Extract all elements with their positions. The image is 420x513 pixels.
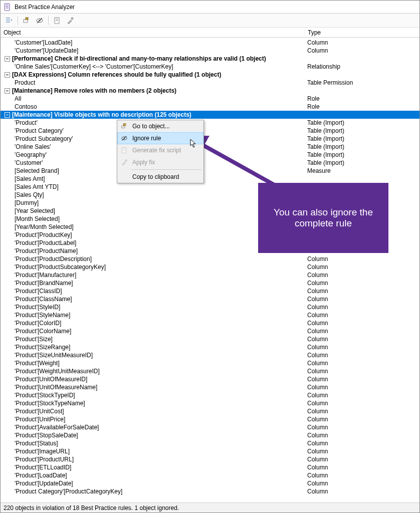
row-type-label: Role — [304, 95, 419, 103]
row-type-label: Column — [304, 343, 419, 351]
menu-item[interactable]: Ignore rule — [117, 132, 203, 144]
column-header-type[interactable]: Type — [304, 29, 419, 36]
tree-item-row[interactable]: 'Product'[ColorID]Column — [1, 319, 419, 327]
row-type-label: Column — [304, 423, 419, 431]
row-type-label: Column — [304, 287, 419, 295]
row-type-label: Column — [304, 311, 419, 319]
row-type-label: Column — [304, 415, 419, 423]
toolbar-expand-collapse-button[interactable] — [4, 15, 15, 26]
tree-item-row[interactable]: 'Product'[UpdateDate]Column — [1, 479, 419, 487]
toolbar-goto-button[interactable] — [21, 15, 32, 26]
row-object-label: 'Product'[ProductSubcategoryKey] — [15, 263, 106, 271]
svg-point-14 — [71, 18, 73, 20]
row-object-label: 'Product'[ImageURL] — [15, 447, 70, 455]
row-type-label: Column — [304, 295, 419, 303]
row-object-label: 'Product'[ETLLoadID] — [15, 463, 71, 471]
toolbar-script-button[interactable] — [52, 15, 63, 26]
row-object-label: [Performance] Check if bi-directional an… — [12, 55, 266, 63]
tree-item-row[interactable]: 'Product'[UnitPrice]Column — [1, 415, 419, 423]
tree-item-row[interactable]: 'Product'[ImageURL]Column — [1, 447, 419, 455]
annotation-callout: You can also ignore the complete rule — [258, 183, 388, 253]
tree-item-row[interactable]: 'Product'[ClassName]Column — [1, 295, 419, 303]
tree-item-row[interactable]: 'Product'[UnitCost]Column — [1, 407, 419, 415]
row-object-label: 'Product'[ColorID] — [15, 319, 61, 327]
tree-item-row[interactable]: 'Product'[StyleID]Column — [1, 303, 419, 311]
row-object-label: 'Product'[ProductKey] — [15, 231, 72, 239]
row-object-label: 'Product Subcategory' — [15, 135, 73, 143]
tree-item-row[interactable]: 'Customer'[LoadDate]Column — [1, 39, 419, 47]
row-object-label: 'Product Category'[ProductCategoryKey] — [15, 487, 122, 495]
tree-item-row[interactable]: 'Product'[ClassID]Column — [1, 287, 419, 295]
tree-item-row[interactable]: 'Product Category'[ProductCategoryKey]Co… — [1, 487, 419, 495]
tree-item-row[interactable]: 'Product'[AvailableForSaleDate]Column — [1, 423, 419, 431]
tree-item-row[interactable]: 'Product'[LoadDate]Column — [1, 471, 419, 479]
tree-item-row[interactable]: ContosoRole — [1, 103, 419, 111]
row-type-label: Column — [304, 399, 419, 407]
toolbar-ignore-button[interactable] — [34, 15, 45, 26]
tree-item-row[interactable]: 'Product'[UnitOfMeasureID]Column — [1, 375, 419, 383]
tree-item-row[interactable]: 'Product'[SizeRange]Column — [1, 343, 419, 351]
tree-item-row[interactable]: 'Product'[Weight]Column — [1, 359, 419, 367]
row-type-label: Column — [304, 39, 419, 47]
svg-line-23 — [197, 142, 276, 186]
tree-view[interactable]: 'Customer'[LoadDate]Column'Customer'[Upd… — [1, 39, 419, 501]
app-icon — [4, 3, 12, 11]
status-text: 220 objects in violation of 18 Best Prac… — [4, 504, 179, 511]
row-type-label: Column — [304, 47, 419, 55]
toolbar-separator — [18, 16, 18, 25]
row-type-label: Column — [304, 471, 419, 479]
tree-item-row[interactable]: 'Online Sales'[CustomerKey] <--> 'Custom… — [1, 63, 419, 71]
tree-item-row[interactable]: 'Product'[Manufacturer]Column — [1, 271, 419, 279]
tree-group-row[interactable]: −[Performance] Check if bi-directional a… — [1, 55, 419, 63]
menu-item[interactable]: Copy to clipboard — [117, 171, 203, 183]
tree-item-row[interactable]: 'Product'[UnitOfMeasureName]Column — [1, 383, 419, 391]
tree-item-row[interactable]: 'Product'[ProductURL]Column — [1, 455, 419, 463]
tree-item-row[interactable]: 'Product'[Size]Column — [1, 335, 419, 343]
row-type-label: Measure — [304, 167, 419, 175]
row-object-label: 'Product'[StockTypeName] — [15, 399, 85, 407]
row-object-label: [Sales Amt] — [15, 175, 45, 183]
row-type-label: Column — [304, 255, 419, 263]
tree-item-row[interactable]: 'Product'[StockTypeID]Column — [1, 391, 419, 399]
tree-item-row[interactable]: 'Customer'[UpdateDate]Column — [1, 47, 419, 55]
tree-item-row[interactable]: 'Product'[BrandName]Column — [1, 279, 419, 287]
row-type-label: Relationship — [304, 63, 419, 71]
row-object-label: 'Product'[StyleID] — [15, 303, 60, 311]
row-object-label: Product — [15, 79, 35, 87]
row-object-label: 'Product'[ColorName] — [15, 327, 71, 335]
tree-item-row[interactable]: 'Product'[StockTypeName]Column — [1, 399, 419, 407]
row-type-label — [304, 175, 419, 183]
row-object-label: 'Product'[ProductURL] — [15, 455, 74, 463]
collapse-icon[interactable]: − — [5, 72, 10, 78]
tree-item-row[interactable]: 'Product'[ColorName]Column — [1, 327, 419, 335]
menu-item-label: Go to object... — [132, 123, 170, 130]
tree-item-row[interactable]: 'Product'[SizeUnitMeasureID]Column — [1, 351, 419, 359]
row-object-label: 'Product'[AvailableForSaleDate] — [15, 423, 99, 431]
row-object-label: [Dummy] — [15, 199, 39, 207]
tree-item-row[interactable]: ProductTable Permission — [1, 79, 419, 87]
tree-item-row[interactable]: 'Product'[ProductDescription]Column — [1, 255, 419, 263]
tree-group-row[interactable]: −[Maintenance] Visible objects with no d… — [1, 111, 419, 119]
collapse-icon[interactable]: − — [5, 112, 10, 118]
row-object-label: [Sales Qty] — [15, 191, 44, 199]
collapse-icon[interactable]: − — [5, 56, 10, 62]
row-type-label: Column — [304, 327, 419, 335]
tree-item-row[interactable]: 'Product'Table (Import) — [1, 119, 419, 127]
tree-item-row[interactable]: 'Product'[ProductSubcategoryKey]Column — [1, 263, 419, 271]
menu-item[interactable]: Go to object... — [117, 120, 203, 132]
tree-item-row[interactable]: 'Product Category'Table (Import) — [1, 127, 419, 135]
tree-item-row[interactable]: 'Product'[StyleName]Column — [1, 311, 419, 319]
tree-item-row[interactable]: 'Product'[StopSaleDate]Column — [1, 431, 419, 439]
row-object-label: All — [15, 95, 21, 103]
tree-group-row[interactable]: −[DAX Expressions] Column references sho… — [1, 71, 419, 79]
tree-item-row[interactable]: 'Product'[Status]Column — [1, 439, 419, 447]
collapse-icon[interactable]: − — [5, 88, 10, 94]
toolbar-fix-button[interactable] — [65, 15, 76, 26]
row-type-label: Column — [304, 391, 419, 399]
column-header-object[interactable]: Object — [1, 29, 304, 36]
tree-item-row[interactable]: 'Product'[ETLLoadID]Column — [1, 463, 419, 471]
tree-item-row[interactable]: 'Product'[WeightUnitMeasureID]Column — [1, 367, 419, 375]
row-type-label: Table (Import) — [304, 119, 419, 127]
tree-item-row[interactable]: AllRole — [1, 95, 419, 103]
tree-group-row[interactable]: −[Maintenance] Remove roles with no memb… — [1, 87, 419, 95]
